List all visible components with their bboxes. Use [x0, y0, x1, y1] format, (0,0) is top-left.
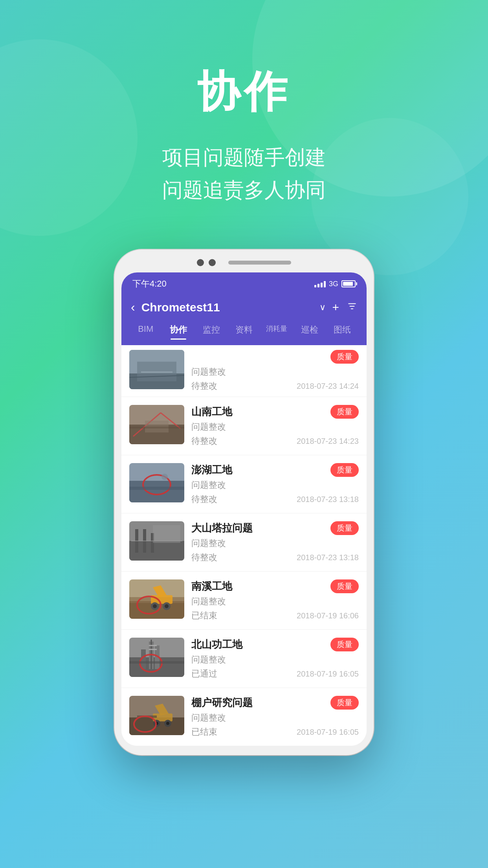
status-time: 下午4:20: [132, 278, 167, 290]
item-content-7: 棚户研究问题 质量 问题整改 已结束 2018-07-19 16:05: [191, 696, 359, 738]
item-status-3: 待整改: [191, 493, 217, 505]
svg-point-30: [153, 604, 157, 608]
tab-cooperation[interactable]: 协作: [162, 321, 194, 339]
hero-subtitle-line2: 问题追责多人协同: [0, 174, 488, 206]
item-thumbnail-3: [129, 463, 184, 502]
item-thumbnail-7: [129, 696, 184, 735]
item-content-6: 北山功工地 质量 问题整改 已通过 2018-07-19 16:05: [191, 638, 359, 680]
item-subtype-3: 问题整改: [191, 479, 359, 491]
item-date-5: 2018-07-19 16:06: [297, 611, 359, 620]
phone-container: 下午4:20 3G ‹ Chrometest11: [0, 250, 488, 755]
hero-section: 协作 项目问题随手创建 问题追责多人协同: [0, 0, 488, 238]
item-status-6: 已通过: [191, 668, 217, 680]
item-content-2: 山南工地 质量 问题整改 待整改 2018-07-23 14:23: [191, 405, 359, 447]
signal-bars: [314, 280, 326, 287]
item-status-1: 待整改: [191, 380, 217, 392]
item-subtype-4: 问题整改: [191, 537, 359, 549]
item-title-7: 棚户研究问题: [191, 696, 253, 710]
item-title-6: 北山功工地: [191, 638, 242, 651]
item-header-4: 大山塔拉问题 质量: [191, 521, 359, 535]
quality-badge-1: 质量: [330, 350, 359, 364]
item-content-1: 质量 问题整改 待整改 2018-07-23 14:24: [191, 350, 359, 392]
item-title-3: 澎湖工地: [191, 463, 232, 477]
status-bar: 下午4:20 3G: [121, 272, 367, 294]
item-thumbnail-4: [129, 521, 184, 561]
item-header-3: 澎湖工地 质量: [191, 463, 359, 477]
tab-patrol[interactable]: 巡检: [293, 321, 326, 339]
item-header-6: 北山功工地 质量: [191, 638, 359, 651]
list-item[interactable]: 大山塔拉问题 质量 问题整改 待整改 2018-07-23 13:18: [121, 513, 367, 572]
dropdown-icon[interactable]: ∨: [319, 302, 326, 313]
tab-drawing[interactable]: 图纸: [326, 321, 359, 339]
quality-badge-3: 质量: [330, 463, 359, 477]
svg-rect-12: [129, 481, 184, 502]
svg-rect-43: [129, 661, 184, 664]
svg-point-51: [166, 722, 169, 725]
hero-subtitle-line1: 项目问题随手创建: [0, 141, 488, 174]
nav-bar: ‹ Chrometest11 ∨ +: [121, 294, 367, 321]
tab-bim[interactable]: BIM: [129, 321, 162, 339]
network-label: 3G: [329, 280, 338, 288]
item-title-5: 南溪工地: [191, 579, 232, 593]
svg-point-32: [165, 604, 169, 608]
item-status-7: 已结束: [191, 726, 217, 738]
hero-title: 协作: [0, 63, 488, 121]
tab-consumption[interactable]: 消耗量: [261, 321, 293, 339]
status-icons: 3G: [314, 280, 356, 288]
quality-badge-5: 质量: [330, 579, 359, 593]
item-title-4: 大山塔拉问题: [191, 521, 253, 535]
svg-rect-4: [141, 371, 172, 373]
item-date-4: 2018-07-23 13:18: [297, 553, 359, 562]
item-date-1: 2018-07-23 14:24: [297, 382, 359, 391]
phone-notch: [121, 259, 367, 266]
item-content-5: 南溪工地 质量 问题整改 已结束 2018-07-19 16:06: [191, 579, 359, 622]
list-item[interactable]: 澎湖工地 质量 问题整改 待整改 2018-07-23 13:18: [121, 455, 367, 513]
item-subtype-1: 问题整改: [191, 366, 359, 378]
item-header-2: 山南工地 质量: [191, 405, 359, 419]
item-date-2: 2018-07-23 14:23: [297, 437, 359, 446]
signal-bar-3: [321, 283, 323, 287]
item-header-1: 质量: [191, 350, 359, 364]
battery-fill: [343, 282, 353, 286]
item-date-3: 2018-07-23 13:18: [297, 495, 359, 504]
item-subtype-5: 问题整改: [191, 596, 359, 607]
quality-badge-7: 质量: [330, 696, 359, 710]
battery-icon: [341, 280, 356, 287]
list-item[interactable]: 棚户研究问题 质量 问题整改 已结束 2018-07-19 16:05: [121, 688, 367, 746]
item-date-7: 2018-07-19 16:05: [297, 728, 359, 737]
camera-dot-right: [209, 259, 216, 266]
svg-rect-23: [153, 525, 180, 543]
filter-button[interactable]: [347, 301, 357, 314]
quality-badge-2: 质量: [330, 405, 359, 419]
list-item[interactable]: 质量 问题整改 待整改 2018-07-23 14:24: [121, 345, 367, 397]
camera-dot-left: [197, 259, 204, 266]
nav-title: Chrometest11: [141, 301, 314, 314]
svg-rect-10: [129, 427, 184, 428]
phone-screen: 下午4:20 3G ‹ Chrometest11: [121, 272, 367, 746]
hero-subtitle: 项目问题随手创建 问题追责多人协同: [0, 141, 488, 206]
item-title-2: 山南工地: [191, 405, 232, 419]
list-item[interactable]: 北山功工地 质量 问题整改 已通过 2018-07-19 16:05: [121, 630, 367, 688]
item-thumbnail-2: [129, 405, 184, 444]
item-header-7: 棚户研究问题 质量: [191, 696, 359, 710]
item-date-6: 2018-07-19 16:05: [297, 669, 359, 679]
tab-data[interactable]: 资料: [227, 321, 260, 339]
filter-icon: [347, 301, 357, 311]
item-content-3: 澎湖工地 质量 问题整改 待整改 2018-07-23 13:18: [191, 463, 359, 505]
list-item[interactable]: 南溪工地 质量 问题整改 已结束 2018-07-19 16:06: [121, 572, 367, 630]
add-button[interactable]: +: [332, 301, 339, 314]
quality-badge-4: 质量: [330, 521, 359, 535]
content-list: 质量 问题整改 待整改 2018-07-23 14:24: [121, 345, 367, 746]
item-thumbnail-6: [129, 638, 184, 677]
item-header-5: 南溪工地 质量: [191, 579, 359, 593]
speaker-grill: [228, 261, 291, 265]
item-subtype-7: 问题整改: [191, 712, 359, 724]
item-status-4: 待整改: [191, 552, 217, 563]
list-item[interactable]: 山南工地 质量 问题整改 待整改 2018-07-23 14:23: [121, 397, 367, 455]
back-button[interactable]: ‹: [131, 300, 135, 314]
signal-bar-2: [317, 284, 319, 287]
quality-badge-6: 质量: [330, 638, 359, 651]
tab-monitor[interactable]: 监控: [195, 321, 227, 339]
item-subtype-2: 问题整改: [191, 421, 359, 433]
tab-bar: BIM 协作 监控 资料 消耗量 巡检 图纸: [121, 321, 367, 345]
